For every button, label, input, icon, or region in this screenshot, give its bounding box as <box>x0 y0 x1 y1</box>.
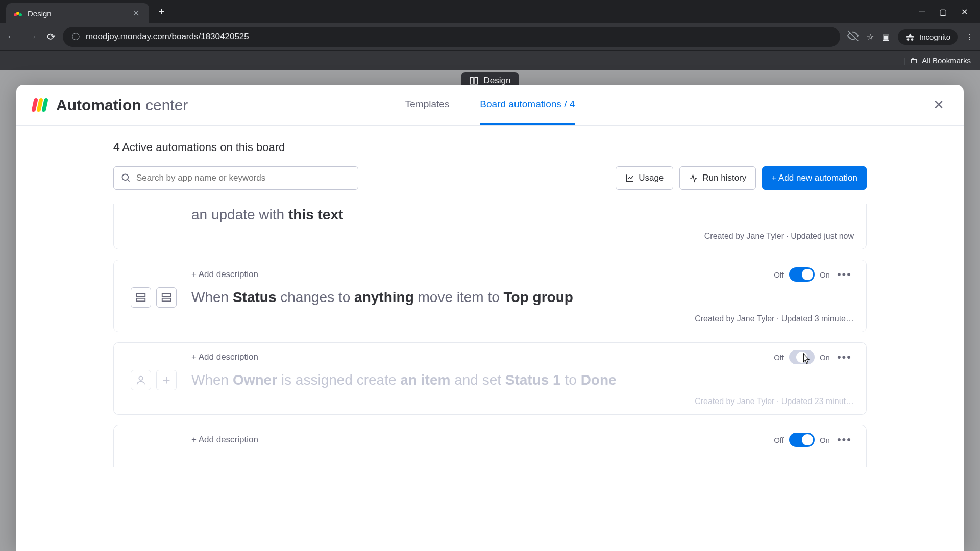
side-panel-icon[interactable]: ▣ <box>882 32 890 42</box>
toggle-on-label: On <box>820 270 830 279</box>
folder-icon: 🗀 <box>910 56 918 65</box>
group-icon <box>156 287 177 308</box>
svg-point-1 <box>16 12 19 15</box>
toggle-off-label: Off <box>774 436 784 444</box>
automation-card[interactable]: + Add description Off On ••• <box>113 425 867 467</box>
automation-toggle[interactable] <box>789 350 815 364</box>
search-input[interactable] <box>136 173 351 183</box>
modal-title-bold: Automation <box>56 96 141 113</box>
reload-icon[interactable]: ⟳ <box>47 31 56 43</box>
tab-close-icon[interactable]: ✕ <box>130 7 142 20</box>
toggle-off-label: Off <box>774 353 784 362</box>
chrome-menu-icon[interactable]: ⋮ <box>966 32 974 42</box>
tab-templates[interactable]: Templates <box>405 85 450 125</box>
monday-favicon <box>13 9 22 18</box>
active-count: 4 <box>113 141 119 154</box>
address-bar: ← → ⟳ ⓘ moodjoy.monday.com/boards/183042… <box>0 23 980 50</box>
svg-line-7 <box>128 180 130 182</box>
automation-rule-text: an update with this text <box>191 204 854 226</box>
all-bookmarks-link[interactable]: All Bookmarks <box>922 56 971 65</box>
svg-point-6 <box>122 174 129 181</box>
automation-center-modal: Automation center Templates Board automa… <box>16 85 964 551</box>
add-description-button[interactable]: + Add description <box>191 352 258 362</box>
browser-chrome: Design ✕ + ─ ▢ ✕ ← → ⟳ ⓘ moodjoy.monday.… <box>0 0 980 70</box>
url-field[interactable]: ⓘ moodjoy.monday.com/boards/1830420525 <box>63 27 840 47</box>
usage-label: Usage <box>639 173 664 183</box>
automation-meta: Created by Jane Tyler · Updated 3 minute… <box>126 314 854 323</box>
toggle-off-label: Off <box>774 270 784 279</box>
new-tab-button[interactable]: + <box>153 3 170 20</box>
status-column-icon <box>131 287 151 308</box>
modal-header: Automation center Templates Board automa… <box>16 85 964 126</box>
svg-rect-11 <box>162 298 171 302</box>
modal-close-icon[interactable]: ✕ <box>930 94 947 116</box>
close-window-icon[interactable]: ✕ <box>961 7 968 17</box>
search-box[interactable] <box>113 166 358 190</box>
automation-toggle[interactable] <box>789 433 815 447</box>
active-text: Active automations on this board <box>122 141 285 154</box>
monday-logo <box>33 98 47 112</box>
automation-meta: Created by Jane Tyler · Updated 23 minut… <box>126 397 854 406</box>
add-automation-button[interactable]: + Add new automation <box>762 166 867 190</box>
bookmarks-bar: | 🗀 All Bookmarks <box>0 50 980 70</box>
modal-body: 4 Active automations on this board Usage… <box>16 126 964 551</box>
modal-tabs: Templates Board automations / 4 <box>405 85 575 125</box>
add-description-button[interactable]: + Add description <box>191 435 258 445</box>
svg-rect-9 <box>137 298 145 302</box>
eye-off-icon[interactable] <box>847 30 859 43</box>
browser-tab[interactable]: Design ✕ <box>6 3 149 23</box>
automation-card[interactable]: + Add description Off On ••• <box>113 342 867 415</box>
run-history-button[interactable]: Run history <box>679 166 756 190</box>
usage-button[interactable]: Usage <box>616 166 673 190</box>
more-icon[interactable]: ••• <box>835 350 854 364</box>
svg-rect-8 <box>137 294 145 297</box>
svg-point-0 <box>14 13 17 16</box>
plus-icon <box>156 370 177 390</box>
modal-title-light: center <box>145 96 188 113</box>
maximize-icon[interactable]: ▢ <box>939 7 947 17</box>
svg-rect-10 <box>162 294 171 297</box>
svg-point-2 <box>19 13 22 16</box>
run-history-label: Run history <box>702 173 746 183</box>
search-icon <box>121 173 131 183</box>
page-area: Design Automation center Templates Board… <box>0 70 980 551</box>
tab-board-automations[interactable]: Board automations / 4 <box>480 85 575 125</box>
tab-title: Design <box>28 9 125 18</box>
automation-card[interactable]: + Add description Off On ••• <box>113 260 867 332</box>
add-description-button[interactable]: + Add description <box>191 269 258 280</box>
url-text: moodjoy.monday.com/boards/1830420525 <box>86 32 249 42</box>
back-icon[interactable]: ← <box>6 30 17 43</box>
incognito-badge[interactable]: Incognito <box>898 29 958 45</box>
automation-rule-text: When Status changes to anything move ite… <box>191 287 854 308</box>
chart-icon <box>625 173 634 183</box>
svg-point-12 <box>139 377 142 380</box>
incognito-label: Incognito <box>919 33 950 41</box>
board-name: Design <box>484 76 511 86</box>
more-icon[interactable]: ••• <box>835 433 854 446</box>
bookmark-star-icon[interactable]: ☆ <box>867 32 874 42</box>
more-icon[interactable]: ••• <box>835 268 854 281</box>
modal-title: Automation center <box>56 96 188 114</box>
minimize-icon[interactable]: ─ <box>919 7 925 17</box>
toggle-on-label: On <box>820 353 830 362</box>
window-controls: ─ ▢ ✕ <box>919 7 980 17</box>
automation-meta: Created by Jane Tyler · Updated just now <box>126 232 854 241</box>
automation-card[interactable]: an update with this text Created by Jane… <box>113 204 867 249</box>
site-info-icon[interactable]: ⓘ <box>72 32 80 42</box>
controls-row: Usage Run history + Add new automation <box>113 166 867 190</box>
add-automation-label: + Add new automation <box>771 173 857 183</box>
forward-icon[interactable]: → <box>27 30 38 43</box>
toggle-on-label: On <box>820 436 830 444</box>
automation-toggle[interactable] <box>789 267 815 282</box>
svg-rect-5 <box>475 77 477 84</box>
automations-list: an update with this text Created by Jane… <box>113 199 867 551</box>
tab-strip: Design ✕ + ─ ▢ ✕ <box>0 0 980 23</box>
svg-rect-4 <box>471 77 473 84</box>
person-icon <box>131 370 151 390</box>
active-automations-summary: 4 Active automations on this board <box>113 141 867 154</box>
automation-rule-text: When Owner is assigned create an item an… <box>191 369 854 391</box>
activity-icon <box>689 173 698 183</box>
bookmarks-divider: | <box>904 56 906 65</box>
